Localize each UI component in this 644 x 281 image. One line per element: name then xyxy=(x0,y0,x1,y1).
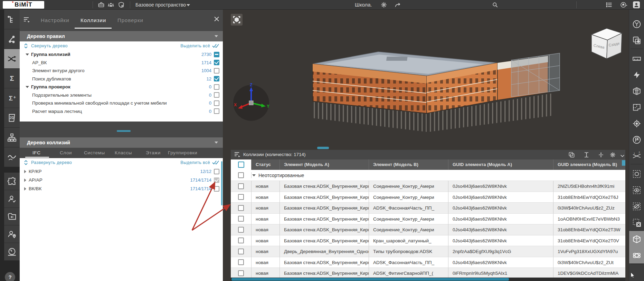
measure-ruler-icon[interactable] xyxy=(629,50,644,67)
rule-row[interactable]: АР_ВК 1714 xyxy=(20,59,223,67)
sum-plus-icon[interactable]: Σ+ xyxy=(4,88,20,108)
column-header-guid-a[interactable]: GUID элемента (Модель А) xyxy=(448,159,553,170)
collapse-tree-icon[interactable] xyxy=(23,43,28,49)
scrollbar-thumb[interactable] xyxy=(231,278,509,281)
panel-scrollbar[interactable] xyxy=(221,161,222,205)
flag-icon[interactable] xyxy=(629,132,644,148)
help-button[interactable]: ? xyxy=(5,272,15,281)
table-row[interactable]: новая Базовая стена:ADSK_Внутренняя_Кирп… xyxy=(231,268,625,278)
rule-row[interactable]: Поиск дубликатов 12 xyxy=(20,75,223,83)
group-checkbox[interactable] xyxy=(238,172,244,178)
row-checkbox[interactable] xyxy=(238,238,244,243)
table-row[interactable]: новая Базовая стена:ADSK_Внутренняя_Кирп… xyxy=(231,214,625,225)
table-vertical-scrollbar[interactable] xyxy=(622,160,625,166)
row-checkbox[interactable] xyxy=(238,227,244,233)
row-checkbox[interactable] xyxy=(238,183,244,189)
rule-row[interactable]: Расчет марша лестниц 0 xyxy=(20,107,223,116)
table-splitter-handle[interactable] xyxy=(317,147,329,149)
notifications-icon[interactable] xyxy=(620,1,627,8)
tab-layers[interactable]: Слои xyxy=(60,150,72,155)
navigation-cube[interactable]: Слева Сзади xyxy=(587,26,625,61)
fit-rows-icon[interactable] xyxy=(598,152,604,158)
row-height-icon[interactable] xyxy=(583,152,590,158)
group-row[interactable]: Неотсортированные xyxy=(231,170,625,181)
sum-icon[interactable]: Σ xyxy=(4,69,20,88)
close-icon[interactable] xyxy=(214,16,220,22)
model-tree-icon[interactable] xyxy=(4,10,20,29)
model-pair-checkbox[interactable] xyxy=(214,169,219,174)
select-all-checkbox[interactable] xyxy=(238,162,244,168)
clash-shuffle-icon[interactable] xyxy=(4,49,20,69)
collapse-table-chevron-icon[interactable] xyxy=(619,153,626,159)
collapse-tree-link[interactable]: Свернуть дерево xyxy=(31,43,180,48)
isolate-element-icon[interactable] xyxy=(629,166,644,182)
workspace-selector[interactable]: Базовое пространство xyxy=(135,0,186,10)
expand-arrow-icon[interactable] xyxy=(26,86,29,88)
tab-floors[interactable]: Этажи xyxy=(146,150,161,155)
table-horizontal-scrollbar[interactable] xyxy=(231,278,625,281)
column-header-element-b[interactable]: Элемент (Модель B) xyxy=(369,159,448,170)
rule-checkbox[interactable] xyxy=(214,100,219,106)
clear-selection-icon[interactable] xyxy=(629,214,644,231)
table-row[interactable]: новая Базовая стена:ADSK_Внутренняя_Кирп… xyxy=(231,192,625,203)
nodes-path-icon[interactable] xyxy=(4,29,20,49)
scene-tree-icon[interactable] xyxy=(629,16,644,32)
table-row[interactable]: новая Дверь_Деревянная_Внутренняя_Однопо… xyxy=(231,246,625,257)
settings-gear-icon[interactable] xyxy=(380,1,388,8)
rule-checkbox[interactable] xyxy=(214,76,219,81)
row-checkbox[interactable] xyxy=(238,205,244,211)
chevron-down-icon[interactable] xyxy=(187,4,190,6)
tab-collisions[interactable]: Коллизии xyxy=(80,17,106,23)
account-icon[interactable] xyxy=(633,1,640,8)
hide-element-icon[interactable] xyxy=(629,198,644,214)
rule-checkbox[interactable] xyxy=(214,84,219,90)
rule-row[interactable]: Элемент внтури другого 1004 xyxy=(20,67,223,75)
row-checkbox[interactable] xyxy=(238,216,244,222)
plugin-puzzle-icon[interactable] xyxy=(4,173,20,190)
selection-sets-icon[interactable] xyxy=(629,32,644,48)
tab-groupings[interactable]: Группировки xyxy=(168,150,197,155)
grid-axes-icon[interactable]: 12 xyxy=(629,148,644,164)
tab-systems[interactable]: Системы xyxy=(84,150,105,155)
row-checkbox[interactable] xyxy=(238,249,244,254)
rule-group-row[interactable]: Группа проверок 0 xyxy=(20,83,223,91)
rules-tree-header[interactable]: Дерево правил xyxy=(20,31,223,41)
tab-settings[interactable]: Настройки xyxy=(41,17,69,23)
rule-checkbox[interactable] xyxy=(214,92,219,98)
shield-badge-icon[interactable] xyxy=(117,1,125,8)
section-splitter-handle[interactable] xyxy=(117,130,131,132)
locate-target-icon[interactable] xyxy=(629,115,644,132)
row-checkbox[interactable] xyxy=(238,259,244,265)
model-pair-row[interactable]: ВК/ВК 1714/1714 xyxy=(20,184,223,193)
tab-checks[interactable]: Проверки xyxy=(117,17,143,23)
select-all-link[interactable]: Выделить всё xyxy=(180,43,210,48)
column-header-element-a[interactable]: Элемент (Модель А) xyxy=(280,159,369,170)
flash-mode-icon[interactable] xyxy=(629,67,644,83)
gauge-icon[interactable] xyxy=(4,243,20,261)
model-pair-row[interactable]: АР/АР 1714/1714 xyxy=(20,176,223,184)
axis-gizmo[interactable]: Z Y X xyxy=(231,82,272,123)
select-all-link[interactable]: Выделить всё xyxy=(180,160,210,165)
collapsed-arrow-icon[interactable] xyxy=(24,178,26,182)
user-check-icon[interactable] xyxy=(4,190,20,208)
table-row[interactable]: новая Базовая стена:ADSK_Внутренняя_Кирп… xyxy=(231,257,625,268)
column-header-status[interactable]: Статус xyxy=(252,159,280,170)
rule-checkbox[interactable] xyxy=(214,60,219,65)
table-row[interactable]: новая Базовая стена:ADSK_Внутренняя_Кирп… xyxy=(231,224,625,235)
table-row[interactable]: новая Базовая стена:ADSK_Внутренняя_Кирп… xyxy=(231,235,625,246)
copy-icon[interactable] xyxy=(568,152,575,158)
2d-view-icon[interactable]: 2D xyxy=(4,108,20,128)
table-row[interactable]: новая Базовая стена:ADSK_Внутренняя_Кирп… xyxy=(231,203,625,214)
double-check-icon[interactable] xyxy=(212,160,219,165)
folder-export-icon[interactable] xyxy=(4,208,20,225)
team-icon[interactable] xyxy=(107,1,115,8)
rule-checkbox[interactable] xyxy=(214,108,219,114)
table-settings-gear-icon[interactable] xyxy=(609,152,616,158)
search-icon[interactable] xyxy=(491,1,499,8)
row-checkbox[interactable] xyxy=(238,194,244,200)
section-box-icon[interactable] xyxy=(629,83,644,99)
org-chart-icon[interactable] xyxy=(4,128,20,147)
panel-menu-icon[interactable] xyxy=(23,17,30,23)
table-menu-icon[interactable] xyxy=(234,152,241,158)
double-check-icon[interactable] xyxy=(212,43,219,49)
